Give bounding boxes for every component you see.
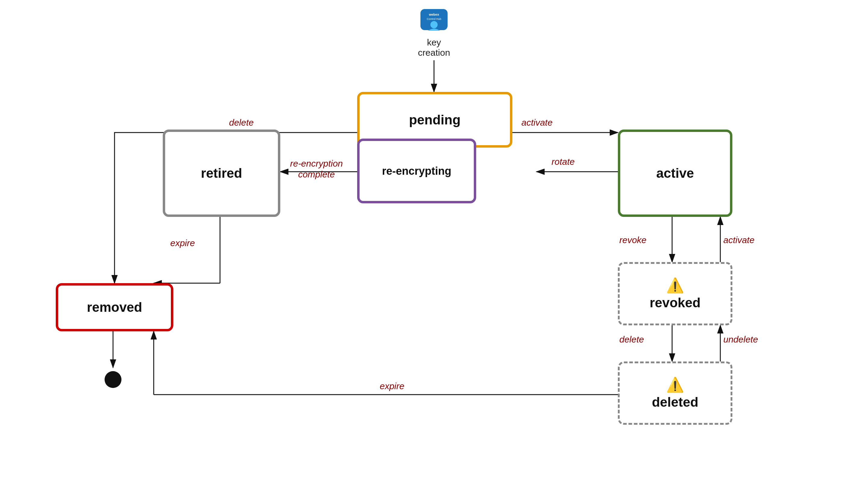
retired-label: retired bbox=[201, 166, 242, 181]
diagram-container: webex Control Hub key creation pending a… bbox=[0, 0, 868, 488]
transition-activate-revoked: activate bbox=[723, 235, 754, 245]
transition-activate-pending: activate bbox=[521, 118, 553, 128]
deleted-label: deleted bbox=[652, 395, 698, 410]
revoked-label: revoked bbox=[650, 295, 701, 310]
active-label: active bbox=[656, 166, 694, 181]
re-encrypting-label: re-encrypting bbox=[382, 165, 451, 177]
transition-delete-revoked: delete bbox=[619, 334, 644, 345]
pending-label: pending bbox=[409, 112, 461, 127]
key-creation-label: key creation bbox=[413, 37, 455, 58]
state-deleted: ⚠️ deleted bbox=[618, 361, 733, 425]
transition-delete-pending: delete bbox=[229, 118, 254, 128]
svg-point-20 bbox=[432, 21, 436, 26]
state-active: active bbox=[618, 130, 733, 217]
state-removed: removed bbox=[56, 283, 173, 331]
transition-undelete: undelete bbox=[723, 334, 758, 345]
transition-revoke: revoke bbox=[619, 235, 647, 245]
svg-text:Control Hub: Control Hub bbox=[427, 18, 441, 21]
svg-point-15 bbox=[104, 371, 121, 388]
transition-rotate: rotate bbox=[552, 157, 575, 167]
state-retired: retired bbox=[163, 130, 280, 217]
state-revoked: ⚠️ revoked bbox=[618, 262, 733, 325]
state-re-encrypting: re-encrypting bbox=[357, 138, 476, 203]
webex-icon: webex Control Hub key creation bbox=[413, 9, 455, 58]
transition-expire-deleted: expire bbox=[380, 381, 404, 391]
removed-label: removed bbox=[87, 300, 142, 315]
transition-re-encryption-complete: re-encryption complete bbox=[283, 158, 350, 180]
transition-expire-retired: expire bbox=[170, 238, 195, 248]
svg-text:webex: webex bbox=[429, 13, 439, 16]
